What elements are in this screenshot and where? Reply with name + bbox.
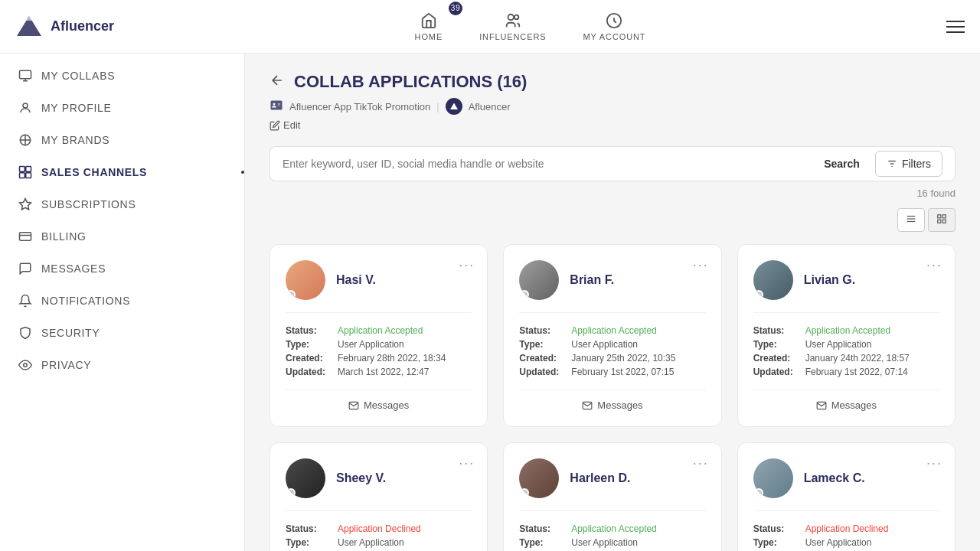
sidebar-item-subscriptions[interactable]: SUBSCRIPTIONS <box>0 188 244 220</box>
svg-rect-27 <box>938 215 941 218</box>
avatar-sheey <box>286 458 325 498</box>
card-user-lameck: Lameck C. <box>753 458 939 511</box>
user-name-livian: Livian G. <box>804 273 856 287</box>
back-arrow-icon <box>270 73 285 88</box>
svg-rect-13 <box>20 233 31 241</box>
avatar-status-brian <box>520 290 529 299</box>
status-value-hasi: Application Accepted <box>338 325 423 336</box>
card-footer-hasi: Messages <box>286 390 472 411</box>
card-sheey: ··· Sheey V. Status: Application Decline… <box>270 442 488 551</box>
list-view-button[interactable] <box>897 208 925 232</box>
status-row: Status: Application Declined <box>286 523 472 534</box>
top-nav-center: 39 HOME INFLUENCERS MY ACCOUNT <box>400 6 662 47</box>
page-meta: Afluencer App TikTok Promotion | Afluenc… <box>270 98 956 115</box>
svg-rect-16 <box>271 101 283 110</box>
svg-point-3 <box>514 15 519 19</box>
sidebar-item-my-brands[interactable]: MY BRANDS <box>0 124 244 156</box>
messages-link-livian[interactable]: Messages <box>816 399 877 411</box>
status-row: Status: Application Declined <box>753 523 939 534</box>
hamburger-menu[interactable] <box>946 21 965 33</box>
svg-point-6 <box>23 103 28 108</box>
main-content: COLLAB APPLICATIONS (16) Afluencer App T… <box>245 54 980 551</box>
card-menu-livian[interactable]: ··· <box>926 257 942 273</box>
subscriptions-icon <box>18 197 32 211</box>
created-row: Created: January 24th 2022, 18:57 <box>753 353 939 364</box>
billing-icon <box>18 230 32 243</box>
grid-view-icon <box>936 214 947 224</box>
messages-link-hasi[interactable]: Messages <box>348 399 409 411</box>
sidebar-item-security[interactable]: SECURITY <box>0 317 244 349</box>
svg-rect-8 <box>20 167 25 172</box>
sidebar-item-sales-channels[interactable]: SALES CHANNELS <box>0 156 244 188</box>
avatar-harleen <box>519 458 559 498</box>
status-row: Status: Application Accepted <box>286 325 472 336</box>
search-button[interactable]: Search <box>815 152 869 176</box>
filters-button[interactable]: Filters <box>875 151 942 177</box>
user-name-sheey: Sheey V. <box>336 471 386 485</box>
updated-row: Updated: February 1st 2022, 07:15 <box>519 367 705 377</box>
app-name: Afluencer <box>51 18 114 34</box>
avatar-hasi <box>286 260 325 300</box>
privacy-icon <box>18 358 32 372</box>
back-button[interactable] <box>270 73 285 91</box>
top-navigation: Afluencer 39 HOME INFLUENCERS MY ACCOUNT <box>0 0 980 54</box>
myaccount-nav-item[interactable]: MY ACCOUNT <box>567 6 661 47</box>
card-details-lameck: Status: Application Declined Type: User … <box>753 523 939 551</box>
card-lameck: ··· Lameck C. Status: Application Declin… <box>737 442 956 551</box>
results-count: 16 found <box>270 187 956 199</box>
page-header: COLLAB APPLICATIONS (16) <box>270 72 956 92</box>
search-bar: Search Filters <box>270 146 956 181</box>
influencers-label: INFLUENCERS <box>479 32 546 41</box>
card-user-harleen: Harleen D. <box>519 458 705 511</box>
card-menu-brian[interactable]: ··· <box>693 257 709 273</box>
card-user-sheey: Sheey V. <box>286 458 472 511</box>
updated-row: Updated: February 1st 2022, 07:14 <box>753 367 939 377</box>
sidebar-item-notifications[interactable]: NOTIFICATIONS <box>0 285 244 317</box>
status-value-brian: Application Accepted <box>571 325 656 336</box>
svg-point-2 <box>508 14 513 19</box>
messages-link-brian[interactable]: Messages <box>582 399 642 411</box>
card-harleen: ··· Harleen D. Status: Application Accep… <box>503 442 721 551</box>
logo-icon <box>15 13 43 41</box>
updated-row: Updated: March 1st 2022, 12:47 <box>286 367 472 377</box>
card-menu-sheey[interactable]: ··· <box>459 455 475 471</box>
search-input[interactable] <box>283 147 815 181</box>
user-name-lameck: Lameck C. <box>804 471 865 485</box>
status-value-lameck: Application Declined <box>805 523 889 534</box>
type-row: Type: User Application <box>286 339 472 350</box>
type-row: Type: User Application <box>519 339 705 350</box>
page-title: COLLAB APPLICATIONS (16) <box>294 72 527 92</box>
svg-rect-19 <box>278 106 280 106</box>
card-menu-hasi[interactable]: ··· <box>459 257 475 273</box>
sidebar-item-privacy[interactable]: PRIVACY <box>0 349 244 381</box>
view-toggle <box>270 208 956 232</box>
card-menu-harleen[interactable]: ··· <box>693 455 709 471</box>
card-details-livian: Status: Application Accepted Type: User … <box>753 325 939 377</box>
card-user-hasi: Hasi V. <box>286 260 472 313</box>
grid-view-button[interactable] <box>928 208 956 232</box>
influencers-nav-item[interactable]: INFLUENCERS <box>464 6 561 47</box>
card-hasi: ··· Hasi V. Status: Application Accepted… <box>270 244 488 427</box>
status-value-harleen: Application Accepted <box>571 523 656 534</box>
notification-badge: 39 <box>449 2 462 15</box>
type-row: Type: User Application <box>753 537 939 548</box>
sidebar-item-my-profile[interactable]: MY PROFILE <box>0 92 244 124</box>
avatar-lameck <box>753 458 793 498</box>
card-details-sheey: Status: Application Declined Type: User … <box>286 523 472 551</box>
edit-label: Edit <box>283 119 300 131</box>
list-view-icon <box>906 214 916 224</box>
card-menu-lameck[interactable]: ··· <box>926 455 942 471</box>
avatar-status-hasi <box>286 290 296 299</box>
filters-icon <box>887 158 897 169</box>
home-nav-item[interactable]: 39 HOME <box>400 6 459 47</box>
created-row: Created: January 25th 2022, 10:35 <box>519 353 705 364</box>
status-value-sheey: Application Declined <box>338 523 421 534</box>
brand-name: Afluencer <box>469 101 511 112</box>
sidebar-item-my-collabs[interactable]: MY COLLABS <box>0 60 244 92</box>
sidebar-item-messages[interactable]: MESSAGES <box>0 253 244 285</box>
svg-rect-30 <box>942 220 946 223</box>
sidebar-item-billing[interactable]: BILLING <box>0 220 244 253</box>
profile-icon <box>18 101 32 115</box>
svg-marker-20 <box>450 103 458 110</box>
edit-link[interactable]: Edit <box>270 119 956 131</box>
